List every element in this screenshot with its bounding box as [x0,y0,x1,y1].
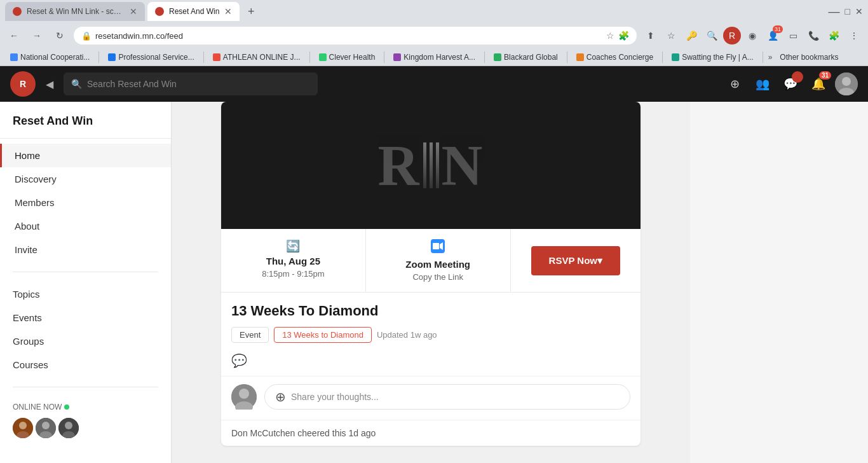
event-tags: Event 13 Weeks to Diamond Updated 1w ago [231,327,630,343]
commenter-avatar-image [231,384,257,410]
event-title: 13 Weeks To Diamond [231,303,630,319]
sidebar-item-invite[interactable]: Invite [0,238,171,261]
lock-icon: 🔒 [81,31,92,41]
sidebar-item-discovery[interactable]: Discovery [0,167,171,191]
avatar-image [835,73,858,95]
comment-placeholder: Share your thoughts... [291,392,379,402]
maximize-button[interactable]: □ [845,6,850,17]
star-icon[interactable]: ☆ [606,31,614,41]
bookmark-star-icon[interactable]: ☆ [662,27,680,45]
brand-icon[interactable]: R [723,27,741,45]
sidebar-item-courses[interactable]: Courses [0,353,171,377]
bookmark-clever-health-favicon [319,53,327,61]
tab-2-close[interactable]: ✕ [224,6,232,17]
comment-icon[interactable]: 💬 [231,354,247,368]
online-avatar-1[interactable] [13,418,33,438]
user-avatar[interactable] [835,73,858,95]
sidebar-item-about[interactable]: About [0,214,171,238]
bookmark-separator-3 [309,52,310,63]
sidebar-item-members[interactable]: Members [0,191,171,214]
chat-button[interactable]: 💬 [779,73,802,95]
password-icon[interactable]: 🔑 [682,27,700,45]
bookmark-professional[interactable]: Professional Service... [103,52,199,63]
bookmark-kingdom-label: Kingdom Harvest A... [403,53,475,62]
search-bar[interactable]: 🔍 Search Reset And Win [64,73,318,95]
extensions-icon[interactable]: 🧩 [825,27,843,45]
rsvp-container: RSVP Now▾ [511,229,641,292]
bookmark-coaches[interactable]: Coaches Concierge [571,52,658,63]
notifications-button[interactable]: 🔔 31 [807,73,830,95]
sidebar-item-groups[interactable]: Groups [0,329,171,353]
bookmark-athlean-favicon [213,53,220,61]
rsvp-button[interactable]: RSVP Now▾ [531,246,620,275]
ruin-letter-n: N [442,133,484,198]
refresh-button[interactable]: ↻ [51,27,69,45]
sidebar-item-topics[interactable]: Topics [0,282,171,306]
address-bar[interactable]: 🔒 resetandwin.mn.co/feed ☆ 🧩 [74,27,637,45]
tag-13-weeks[interactable]: 13 Weeks to Diamond [274,327,372,343]
extension-icon[interactable]: 🧩 [618,31,629,41]
phone-icon[interactable]: 📞 [804,27,822,45]
event-card: R N 🔄 Thu, Aug 2 [221,102,641,446]
bookmark-professional-favicon [108,53,116,61]
online-label: ONLINE NOW [13,403,158,411]
bookmark-national-label: National Cooperati... [20,53,90,62]
sidebar-item-events[interactable]: Events [0,306,171,329]
bookmark-separator-7 [662,52,663,63]
members-button[interactable]: 👥 [751,73,774,95]
back-button[interactable]: ← [5,27,23,45]
event-time-label: 8:15pm - 9:15pm [262,269,324,279]
search-icon[interactable]: 🔍 [703,27,721,45]
bookmark-professional-label: Professional Service... [118,53,194,62]
bookmark-other-label: Other bookmarks [780,53,838,62]
event-date-label: Thu, Aug 25 [266,256,320,266]
minimize-button[interactable]: — [829,5,840,18]
add-button[interactable]: ⊕ [723,73,746,95]
share-icon[interactable]: ⬆ [642,27,660,45]
tab-2[interactable]: Reset And Win ✕ [147,2,240,21]
new-tab-button[interactable]: + [242,3,260,20]
svg-point-16 [239,389,249,399]
forward-button[interactable]: → [28,27,46,45]
close-button[interactable]: ✕ [855,6,863,17]
tag-event[interactable]: Event [231,327,269,343]
bookmark-separator-6 [567,52,567,63]
tag-updated: Updated 1w ago [377,330,437,340]
ruin-line-3 [436,142,439,188]
comment-input[interactable]: ⊕ Share your thoughts... [264,384,630,410]
tab-2-favicon [155,7,164,16]
sidebar-toggle-icon[interactable]: ▭ [784,27,802,45]
profile-badge: 31 [773,25,783,33]
menu-icon[interactable]: ⋮ [845,27,863,45]
profile-icon[interactable]: 👤 31 [764,27,782,45]
bookmark-clever-health[interactable]: Clever Health [314,52,381,63]
bookmark-national[interactable]: National Cooperati... [5,52,95,63]
chrome-icon[interactable]: ◉ [743,27,761,45]
app-logo[interactable]: R [10,71,36,97]
bookmark-kingdom[interactable]: Kingdom Harvest A... [388,52,480,63]
bookmark-blackard[interactable]: Blackard Global [489,52,563,63]
bookmark-swatting[interactable]: Swatting the Fly | A... [667,52,759,63]
online-avatar-3[interactable] [58,418,79,438]
online-avatar-2[interactable] [36,418,56,438]
bookmarks-bar: National Cooperati... Professional Servi… [0,48,868,66]
sidebar-item-home[interactable]: Home [0,144,171,167]
app: R ◀ 🔍 Search Reset And Win ⊕ 👥 💬 🔔 31 [0,66,868,463]
zoom-icon [431,239,445,256]
sidebar-nav: Home Discovery Members About Invite [0,139,171,266]
ruin-vertical-lines [423,142,439,188]
feed-area[interactable]: R N 🔄 Thu, Aug 2 [172,102,690,463]
bookmark-athlean[interactable]: ATHLEAN ONLINE J... [208,52,306,63]
tab-1-close[interactable]: ✕ [130,6,137,17]
tab-bar: Reset & Win MN Link - schelettle... ✕ Re… [0,0,868,23]
sidebar-collapse-button[interactable]: ◀ [46,78,53,90]
more-bookmarks-button[interactable]: » [768,53,773,62]
ruin-line-1 [423,142,426,188]
address-text[interactable]: resetandwin.mn.co/feed [95,31,183,41]
sidebar: Reset And Win Home Discovery Members Abo… [0,102,172,463]
event-meeting-item[interactable]: Zoom Meeting Copy the Link [366,229,511,292]
calendar-icon: 🔄 [286,239,300,253]
bookmark-other[interactable]: Other bookmarks [775,52,843,63]
tab-1[interactable]: Reset & Win MN Link - schelettle... ✕ [5,2,145,21]
comment-icon-row: 💬 [221,348,641,376]
